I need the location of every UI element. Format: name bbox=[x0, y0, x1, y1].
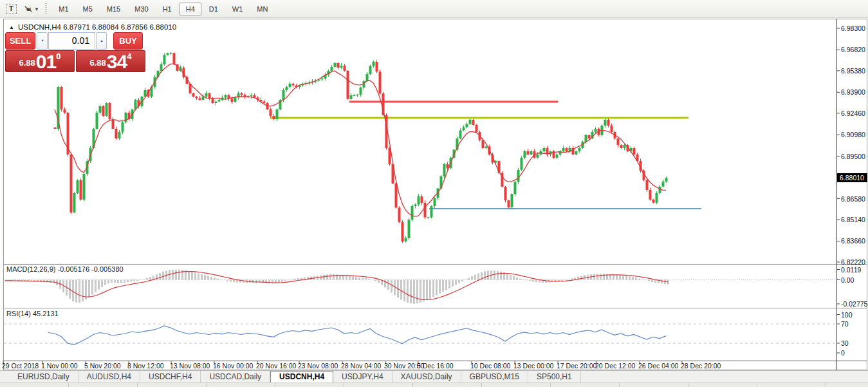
buy-button[interactable]: BUY bbox=[113, 32, 143, 50]
timeframe-button-w1[interactable]: W1 bbox=[226, 3, 250, 15]
tab-gbpusd-m15[interactable]: GBPUSD,M15 bbox=[461, 371, 528, 382]
stepper-down-icon: ▼ bbox=[41, 39, 44, 42]
tab-usdchf-h4[interactable]: USDCHF,H4 bbox=[140, 371, 201, 382]
time-axis-label: 26 Dec 04:00 bbox=[638, 362, 678, 370]
tab-eurusd-daily[interactable]: EURUSD,Daily bbox=[9, 371, 78, 382]
rsi-axis-label: 70 bbox=[841, 320, 849, 328]
tab-usdjpy-h4[interactable]: USDJPY,H4 bbox=[333, 371, 392, 382]
tab-sp500-h1[interactable]: SP500,H1 bbox=[528, 371, 581, 382]
arrow-tools-icon bbox=[23, 5, 33, 14]
stepper-up-icon: ▲ bbox=[100, 39, 104, 42]
timeframe-button-m1[interactable]: M1 bbox=[52, 3, 75, 15]
chart-tabs-bar: EURUSD,Daily AUDUSD,H4 USDCHF,H4 USDCAD,… bbox=[0, 370, 868, 382]
sell-price-prefix: 6.88 bbox=[19, 58, 35, 68]
time-axis-label: 5 Nov 20:00 bbox=[84, 362, 121, 370]
price-axis-label: 6.86580 bbox=[841, 195, 865, 203]
macd-axis-label: -0.027754 bbox=[841, 300, 868, 308]
price-axis-label: 6.93900 bbox=[841, 88, 865, 96]
volume-decrease-button[interactable]: ▼ bbox=[37, 32, 48, 50]
timeframe-button-h4[interactable]: H4 bbox=[180, 3, 201, 15]
time-axis-label: 8 Nov 12:00 bbox=[127, 362, 164, 370]
volume-increase-button[interactable]: ▲ bbox=[96, 32, 107, 50]
tab-audusd-h4[interactable]: AUDUSD,H4 bbox=[78, 371, 140, 382]
arrow-tools-button[interactable]: ▾ bbox=[21, 2, 41, 16]
symbol-marker-icon: ▲ bbox=[9, 24, 14, 30]
macd-axis-label: 0.0119 bbox=[841, 266, 861, 274]
price-axis-label: 6.96820 bbox=[841, 46, 865, 53]
tab-xauusd-daily[interactable]: XAUUSD,Daily bbox=[392, 371, 461, 382]
current-price-badge: 6.88010 bbox=[837, 173, 867, 182]
macd-label: MACD(12,26,9) -0.005176 -0.005380 bbox=[6, 265, 124, 273]
timeframe-button-m30[interactable]: M30 bbox=[128, 3, 154, 15]
timeframe-button-h1[interactable]: H1 bbox=[156, 3, 178, 15]
time-axis-label: 23 Nov 08:00 bbox=[298, 362, 338, 370]
sell-button[interactable]: SELL bbox=[5, 32, 35, 50]
status-bar bbox=[0, 382, 868, 387]
rsi-label: RSI(14) 45.2131 bbox=[6, 310, 59, 317]
time-axis-label: 20 Nov 16:00 bbox=[256, 362, 296, 370]
text-label-tool-button[interactable]: T bbox=[3, 2, 19, 16]
macd-axis-label: 0.00 bbox=[841, 276, 854, 284]
rsi-axis-label: 0 bbox=[841, 349, 845, 357]
sell-price-pips: 01 bbox=[36, 52, 56, 71]
volume-input[interactable]: 0.01 bbox=[48, 32, 95, 50]
price-axis-label: 6.89500 bbox=[841, 153, 865, 160]
chart-title-text: USDCNH,H4 6.87971 6.88084 6.87856 6.8801… bbox=[18, 23, 176, 31]
timeframe-button-mn[interactable]: MN bbox=[250, 3, 274, 15]
price-axis-label: 6.90980 bbox=[841, 131, 865, 138]
time-axis-label: 13 Nov 08:00 bbox=[170, 362, 210, 370]
time-axis-label: 16 Nov 00:00 bbox=[213, 362, 253, 370]
time-axis-label: 20 Dec 12:00 bbox=[595, 362, 635, 370]
sell-price-display[interactable]: 6.88 01 0 bbox=[5, 50, 75, 72]
sell-price-point: 0 bbox=[56, 52, 60, 61]
buy-price-point: 4 bbox=[127, 52, 131, 61]
price-axis-label: 6.92460 bbox=[841, 109, 865, 117]
time-axis-label: 28 Nov 04:00 bbox=[341, 362, 381, 370]
time-axis-label: 29 Oct 2018 bbox=[2, 362, 39, 370]
caret-down-icon: ▾ bbox=[35, 6, 39, 12]
time-axis-label: 13 Dec 00:00 bbox=[513, 362, 553, 370]
time-axis-label: 28 Dec 20:00 bbox=[681, 362, 721, 370]
timeframe-button-m5[interactable]: M5 bbox=[77, 3, 99, 15]
toolbar: T ▾ M1 M5 M15 M30 H1 H4 D1 W1 MN bbox=[0, 0, 868, 18]
toolbar-grip bbox=[45, 3, 47, 15]
timeframe-button-m15[interactable]: M15 bbox=[100, 3, 127, 15]
price-axis-label: 6.98300 bbox=[841, 24, 865, 32]
buy-price-prefix: 6.88 bbox=[90, 58, 106, 68]
time-axis-label: 1 Nov 00:00 bbox=[41, 362, 78, 370]
timeframe-button-d1[interactable]: D1 bbox=[203, 3, 225, 15]
price-axis-label: 6.85140 bbox=[841, 216, 865, 223]
rsi-axis-label: 30 bbox=[841, 339, 849, 347]
mt4-terminal: T ▾ M1 M5 M15 M30 H1 H4 D1 W1 MN ▲ USDCN… bbox=[0, 0, 868, 387]
time-axis-label: 10 Dec 08:00 bbox=[470, 362, 510, 370]
time-axis-label: 17 Dec 20:00 bbox=[557, 362, 596, 370]
time-axis-label: 5 Dec 16:00 bbox=[417, 362, 454, 370]
price-axis-label: 6.83660 bbox=[841, 237, 865, 245]
tab-usdcad-daily[interactable]: USDCAD,Daily bbox=[201, 371, 270, 382]
text-tool-icon: T bbox=[6, 4, 17, 14]
tab-usdcnh-h4[interactable]: USDCNH,H4 bbox=[270, 371, 333, 382]
rsi-axis-label: 100 bbox=[841, 311, 853, 319]
chart-title: ▲ USDCNH,H4 6.87971 6.88084 6.87856 6.88… bbox=[9, 23, 176, 31]
buy-price-pips: 34 bbox=[107, 52, 127, 71]
buy-price-display[interactable]: 6.88 34 4 bbox=[76, 50, 145, 72]
price-axis-label: 6.82220 bbox=[841, 258, 865, 266]
price-axis-label: 6.95380 bbox=[841, 67, 865, 75]
